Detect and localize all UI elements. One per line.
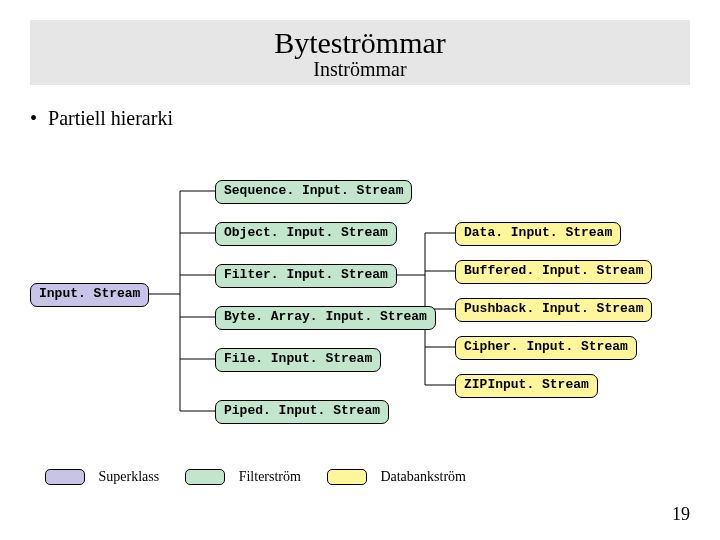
legend-label-superclass: Superklass <box>99 469 160 484</box>
swatch-superclass <box>45 469 85 485</box>
page-title: Byteströmmar <box>30 26 690 60</box>
page-subtitle: Inströmmar <box>30 58 690 81</box>
node-cipher-input-stream: Cipher. Input. Stream <box>455 336 637 360</box>
node-file-input-stream: File. Input. Stream <box>215 348 381 372</box>
legend-label-databankstream: Databankström <box>380 469 466 484</box>
node-data-input-stream: Data. Input. Stream <box>455 222 621 246</box>
node-object-input-stream: Object. Input. Stream <box>215 222 397 246</box>
node-sequence-input-stream: Sequence. Input. Stream <box>215 180 412 204</box>
node-bytearray-input-stream: Byte. Array. Input. Stream <box>215 306 436 330</box>
node-buffered-input-stream: Buffered. Input. Stream <box>455 260 652 284</box>
node-input-stream: Input. Stream <box>30 283 149 307</box>
legend: Superklass Filterström Databankström <box>45 468 466 485</box>
node-filter-input-stream: Filter. Input. Stream <box>215 264 397 288</box>
legend-item-filterstream: Filterström <box>185 468 301 485</box>
swatch-filterstream <box>185 469 225 485</box>
node-pushback-input-stream: Pushback. Input. Stream <box>455 298 652 322</box>
node-piped-input-stream: Piped. Input. Stream <box>215 400 389 424</box>
legend-item-superclass: Superklass <box>45 468 159 485</box>
title-block: Byteströmmar Inströmmar <box>30 20 690 85</box>
page-number: 19 <box>672 504 690 525</box>
legend-label-filterstream: Filterström <box>239 469 301 484</box>
bullet-item: Partiell hierarki <box>30 107 720 130</box>
hierarchy-diagram: Input. Stream Sequence. Input. Stream Ob… <box>30 175 690 455</box>
swatch-databankstream <box>327 469 367 485</box>
legend-item-databankstream: Databankström <box>327 468 466 485</box>
node-zip-input-stream: ZIPInput. Stream <box>455 374 598 398</box>
